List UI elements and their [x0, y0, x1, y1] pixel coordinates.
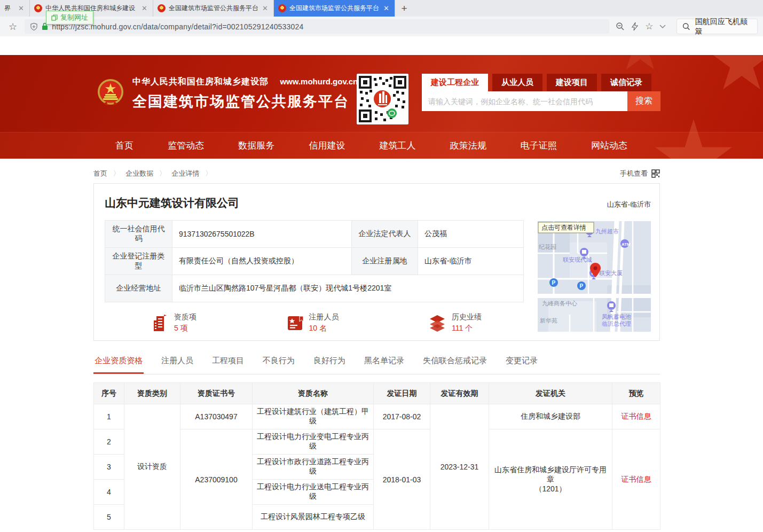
nav-item-workers[interactable]: 建筑工人: [380, 139, 416, 152]
nav-item-site-news[interactable]: 网站动态: [591, 139, 627, 152]
stat-value: 5 项: [174, 324, 196, 333]
nav-item-home[interactable]: 首页: [115, 139, 133, 152]
company-stats: 资质项 5 项 注册人员 10 名: [105, 312, 523, 333]
stat-value: 111 个: [452, 324, 482, 333]
emblem-favicon-icon: [278, 4, 286, 12]
nav-item-policy[interactable]: 政策法规: [450, 139, 486, 152]
breadcrumb-enterprise-data[interactable]: 企业数据: [125, 169, 153, 177]
browser-tab-2[interactable]: 全国建筑市场监管公共服务平台 ✕: [153, 0, 274, 17]
browser-tab-0[interactable]: 界 ✕: [0, 0, 30, 17]
map-label-supermarket: 九州超市: [595, 228, 619, 234]
tab-change-records[interactable]: 变更记录: [505, 356, 539, 374]
tab-blacklist[interactable]: 黑名单记录: [363, 356, 405, 374]
search-tab-credit[interactable]: 诚信记录: [601, 74, 651, 91]
chevron-down-icon[interactable]: [659, 25, 666, 29]
browser-tab-active[interactable]: 全国建筑市场监管公共服务平台 ✕: [274, 0, 395, 17]
tab-good-behavior[interactable]: 良好行为: [312, 356, 347, 374]
tab-qualifications[interactable]: 企业资质资格: [93, 356, 144, 374]
header-search-module: 建设工程企业 从业人员 建设项目 诚信记录 搜索: [422, 74, 660, 111]
address-bar[interactable]: https://jzsc.mohurd.gov.cn/data/company/…: [25, 19, 609, 34]
row-no: 2: [94, 429, 124, 455]
issue-date-cell: 2018-01-03: [374, 429, 430, 530]
cert-name-cell: 工程设计电力行业送电工程专业丙级: [253, 480, 374, 505]
map-label-garden: 纪花园: [539, 244, 556, 250]
tab-projects[interactable]: 工程项目: [211, 356, 245, 374]
map-label-lianan-tower: 联安大厦: [599, 270, 623, 276]
col-category: 资质类别: [124, 383, 180, 404]
search-tab-project[interactable]: 建设项目: [547, 74, 597, 91]
nav-item-credit[interactable]: 信用建设: [309, 139, 345, 152]
certificate-info-link[interactable]: 证书信息: [622, 475, 651, 483]
authority-cell: 山东省住房和城乡建设厅许可专用章 （1201）: [489, 429, 612, 530]
credit-code-label: 统一社会信用代码: [105, 221, 172, 248]
tab-registered-personnel[interactable]: 注册人员: [160, 356, 194, 374]
map-tooltip: 点击可查看详情: [541, 224, 586, 231]
nav-item-supervision[interactable]: 监管动态: [168, 139, 204, 152]
valid-until-cell: 2023-12-31: [430, 404, 489, 530]
cert-name-cell: 工程设计市政行业道路工程专业丙级: [253, 455, 374, 480]
map-label-battery-2: 临沂总代理: [602, 320, 631, 327]
qr-code-icon: [359, 76, 406, 122]
cert-no-cell: A237009100: [180, 429, 253, 530]
stat-value: 10 名: [309, 324, 339, 333]
table-header-row: 序号 资质类别 资质证书号 资质名称 发证日期 发证有效期 发证机关 预览: [94, 383, 660, 404]
search-icon: [682, 22, 690, 30]
reg-region-value: 山东省-临沂市: [418, 248, 524, 275]
close-icon[interactable]: ✕: [140, 4, 148, 12]
search-tab-enterprise[interactable]: 建设工程企业: [422, 74, 488, 91]
tab-title: 全国建筑市场监管公共服务平台: [289, 4, 379, 13]
row-no: 3: [94, 455, 124, 480]
mobile-view-label[interactable]: 手机查看: [620, 169, 648, 178]
quick-search-text: 国航回应飞机颠簸: [695, 17, 752, 36]
col-name: 资质名称: [253, 383, 374, 404]
shield-icon[interactable]: [30, 22, 38, 31]
copy-icon: [51, 14, 58, 21]
quick-search-box[interactable]: 国航回应飞机颠簸: [677, 19, 758, 34]
detail-tabs: 企业资质资格 注册人员 工程项目 不良行为 良好行为 黑名单记录 失信联合惩戒记…: [93, 356, 660, 374]
issue-date-cell: 2017-08-02: [374, 404, 430, 429]
keyword-search-input[interactable]: [422, 91, 627, 111]
site-logo[interactable]: 中华人民共和国住房和城乡建设部 www.mohurd.gov.cn 全国建筑市场…: [96, 76, 358, 111]
qr-mini-icon[interactable]: [651, 169, 660, 178]
zoom-out-icon[interactable]: [616, 22, 625, 31]
qualification-table: 序号 资质类别 资质证书号 资质名称 发证日期 发证有效期 发证机关 预览 1 …: [93, 382, 660, 530]
favorites-star-icon[interactable]: ☆: [645, 21, 653, 32]
tab-dishonesty[interactable]: 失信联合惩戒记录: [422, 356, 488, 374]
cert-name-cell: 工程设计建筑行业（建筑工程）甲级: [253, 404, 374, 429]
lightning-icon[interactable]: [631, 22, 639, 31]
col-authority: 发证机关: [489, 383, 612, 404]
reg-type-label: 企业登记注册类型: [105, 248, 172, 275]
tab-title: 界: [4, 4, 14, 13]
breadcrumb-home[interactable]: 首页: [93, 169, 107, 177]
bookmark-star-icon[interactable]: ☆: [5, 21, 20, 33]
search-button[interactable]: 搜索: [627, 91, 660, 111]
close-icon[interactable]: ✕: [382, 4, 390, 12]
close-icon[interactable]: ✕: [261, 4, 269, 12]
new-tab-button[interactable]: +: [395, 0, 413, 17]
col-no: 序号: [94, 383, 124, 404]
building-icon: [152, 314, 169, 332]
credit-code-value: 91371302675501022B: [172, 221, 352, 248]
stat-label: 历史业绩: [452, 312, 482, 322]
row-no: 1: [94, 404, 124, 429]
stat-registered-personnel[interactable]: 注册人员 10 名: [286, 312, 339, 333]
breadcrumb-enterprise-detail[interactable]: 企业详情: [172, 169, 200, 177]
stat-qualifications[interactable]: 资质项 5 项: [152, 312, 196, 333]
col-issue-date: 发证日期: [374, 383, 430, 404]
certificate-info-link[interactable]: 证书信息: [622, 412, 651, 420]
map-label-xinhua: 新华苑: [540, 317, 557, 324]
stat-label: 注册人员: [309, 312, 339, 322]
svg-text:P: P: [552, 280, 556, 286]
close-icon[interactable]: ✕: [17, 4, 25, 12]
nav-item-e-license[interactable]: 电子证照: [521, 139, 557, 152]
tab-bad-behavior[interactable]: 不良行为: [262, 356, 296, 374]
company-name: 山东中元建筑设计有限公司: [105, 195, 649, 210]
legal-rep-label: 企业法定代表人: [352, 221, 418, 248]
stat-history-performance[interactable]: 历史业绩 111 个: [428, 312, 482, 333]
company-location-map[interactable]: 九州超市 ATM P P 纪花园 联安现代城 联安大厦: [538, 221, 651, 332]
search-tab-personnel[interactable]: 从业人员: [492, 74, 542, 91]
legal-rep-value: 公茂福: [418, 221, 524, 248]
col-preview: 预览: [612, 383, 660, 404]
nav-item-data-service[interactable]: 数据服务: [238, 139, 274, 152]
row-no: 5: [94, 505, 124, 530]
